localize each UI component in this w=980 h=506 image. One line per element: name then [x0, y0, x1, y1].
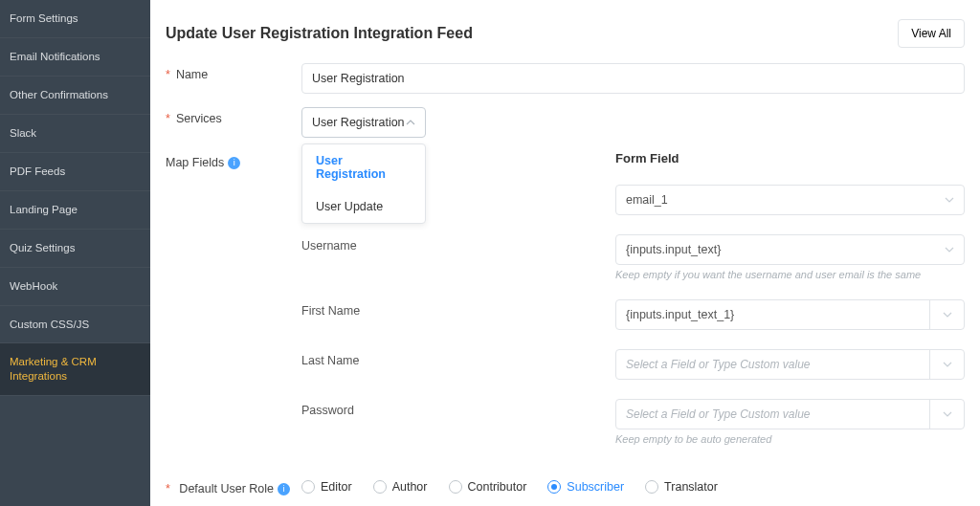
sidebar-item-pdf-feeds[interactable]: PDF Feeds: [0, 153, 150, 191]
chevron-down-icon: [943, 310, 952, 319]
page-title: Update User Registration Integration Fee…: [166, 25, 473, 42]
form-field-heading: Form Field: [615, 151, 679, 165]
default-role-label: Default User Rolei: [166, 477, 301, 495]
chevron-down-icon: [943, 409, 952, 419]
main-content: Update User Registration Integration Fee…: [150, 0, 980, 506]
chevron-up-icon: [406, 118, 415, 127]
services-dropdown: User Registration User Update: [301, 143, 426, 224]
username-field-select[interactable]: {inputs.input_text}: [615, 234, 965, 265]
chevron-down-icon: [943, 360, 952, 369]
role-radio-subscriber[interactable]: Subscriber: [547, 480, 624, 494]
services-select-value: User Registration: [312, 116, 405, 129]
map-fields-label: Map Fieldsi: [166, 151, 301, 464]
username-label: Username: [301, 234, 615, 280]
username-hint: Keep empty if you want the username and …: [615, 269, 965, 280]
role-radio-translator[interactable]: Translator: [645, 480, 718, 494]
name-input[interactable]: [301, 63, 965, 94]
name-label: Name: [166, 63, 301, 94]
email-field-select[interactable]: email_1: [615, 185, 965, 215]
lastname-label: Last Name: [301, 349, 615, 380]
services-label: Services: [166, 107, 301, 138]
sidebar-item-custom-css-js[interactable]: Custom CSS/JS: [0, 306, 150, 344]
view-all-button[interactable]: View All: [898, 19, 965, 48]
sidebar-item-landing-page[interactable]: Landing Page: [0, 191, 150, 230]
sidebar-item-email-notifications[interactable]: Email Notifications: [0, 38, 150, 77]
sidebar-item-marketing-crm[interactable]: Marketing & CRM Integrations: [0, 343, 150, 396]
sidebar-item-slack[interactable]: Slack: [0, 115, 150, 153]
chevron-down-icon: [945, 245, 954, 254]
role-radio-author[interactable]: Author: [373, 480, 428, 494]
password-hint: Keep empty to be auto generated: [615, 433, 965, 445]
firstname-field-select[interactable]: {inputs.input_text_1}: [615, 299, 965, 330]
info-icon[interactable]: i: [228, 157, 240, 169]
role-radio-editor[interactable]: Editor: [301, 480, 352, 494]
sidebar-item-form-settings[interactable]: Form Settings: [0, 0, 150, 38]
role-radio-contributor[interactable]: Contributor: [449, 480, 527, 494]
sidebar-item-quiz-settings[interactable]: Quiz Settings: [0, 230, 150, 268]
info-icon[interactable]: i: [278, 483, 290, 495]
services-option-user-registration[interactable]: User Registration: [302, 144, 425, 190]
lastname-field-select[interactable]: Select a Field or Type Custom value: [615, 349, 965, 380]
sidebar-item-webhook[interactable]: WebHook: [0, 268, 150, 306]
password-label: Password: [301, 399, 615, 445]
sidebar: Form Settings Email Notifications Other …: [0, 0, 150, 506]
services-option-user-update[interactable]: User Update: [302, 190, 425, 223]
firstname-label: First Name: [301, 299, 615, 330]
sidebar-item-other-confirmations[interactable]: Other Confirmations: [0, 77, 150, 115]
services-select[interactable]: User Registration: [301, 107, 426, 138]
chevron-down-icon: [945, 195, 954, 205]
password-field-select[interactable]: Select a Field or Type Custom value: [615, 399, 965, 429]
